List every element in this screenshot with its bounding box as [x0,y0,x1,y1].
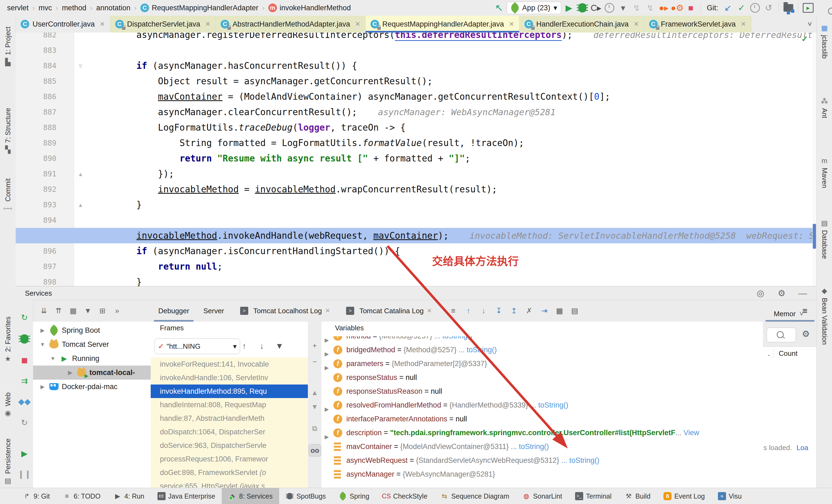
frame-row[interactable]: handleInternal:808, RequestMap [151,398,308,412]
frame-row[interactable]: processRequest:1006, Framewor [151,452,308,466]
editor-tab[interactable]: CHandlerExecutionChain.java✕ [520,16,644,32]
status-bar-item[interactable]: ▶4: Run [107,488,151,504]
profile-run-icon[interactable]: ●▸ [658,2,670,14]
services-tree-row[interactable]: ▼▶Running [33,351,151,366]
more-chevrons-icon[interactable]: » [110,304,124,317]
editor-tab[interactable]: CDispatcherServlet.java✕ [110,16,216,32]
scroll-down-icon[interactable]: ▼ [309,401,320,413]
status-bar-item[interactable]: ≋Visu [711,488,748,504]
fold-marker-icon[interactable]: ▴ [76,166,85,182]
frame-row[interactable]: invokeAndHandle:106, ServletInv [151,371,308,384]
breadcrumb-item[interactable]: mvc [37,4,54,12]
tree-expand-icon[interactable]: ▶ [38,327,47,334]
tostring-link[interactable]: ... toString() [530,401,568,409]
thread-dropdown[interactable]: ✓"htt...NING▾ [154,339,240,354]
breadcrumb-method[interactable]: minvokeHandlerMethod [267,3,353,12]
services-tab[interactable]: >Tomcat Localhost Log✕ [231,300,337,322]
tool-stripe-button[interactable]: ◆Bean Validation [816,287,832,345]
clear-console-icon[interactable]: ✗ [523,304,536,317]
breadcrumb-item[interactable]: annotation [95,4,132,12]
status-bar-item[interactable]: ◆8: Services [222,488,279,504]
hidden-tabs-chevron-icon[interactable]: ˅ [803,16,816,32]
inspections-ok-icon[interactable]: ✓ [801,34,808,44]
table-view-icon[interactable]: ▦ [553,304,566,317]
frame-row[interactable]: invokeForRequest:141, Invocable [151,357,308,371]
variable-row[interactable]: ▶fdescription = "tech.pdai.springframewo… [321,426,763,440]
resume-icon[interactable]: ⇉ [17,374,31,388]
status-bar-item[interactable]: CSCheckStyle [376,488,434,504]
tool-stripe-button[interactable]: 2: Favorites★ [0,317,16,363]
lightning-build-icon[interactable]: ↯ [644,2,656,14]
collapse-all-icon[interactable]: ⇈ [52,304,65,317]
search-everywhere-icon[interactable] [816,2,828,14]
services-tab[interactable]: >Tomcat Catalina Log✕ [337,300,439,322]
tool-stripe-button[interactable]: Web◉ [0,392,16,417]
expand-all-icon[interactable]: ⇊ [37,304,50,317]
fold-marker-icon[interactable]: ▿ [76,58,85,74]
tool-stripe-button[interactable]: ⁂Ant [816,97,832,118]
variable-row[interactable]: ▶fbridgedMethod = {Method@5257} ... toSt… [321,343,763,357]
variable-row[interactable]: asyncWebRequest = {StandardServletAsyncW… [321,454,763,468]
services-tree-row[interactable]: ▶▶tomcat-local- [33,366,151,380]
frame-down-icon[interactable]: ↓ [255,339,268,354]
console-icon[interactable]: > [344,305,356,317]
coverage-icon[interactable]: C▸ [590,2,602,14]
status-bar-item[interactable]: ≡6: TODO [56,488,107,504]
breadcrumb-item[interactable]: method [60,4,88,12]
editor-scrollbar-thumb[interactable] [813,224,816,249]
status-bar-item[interactable]: ↱9: Git [16,488,56,504]
memory-search-input[interactable] [767,327,796,342]
variables-list[interactable]: ▶fmethod = {Method@5257} ... toString()▶… [321,336,763,488]
profile-debug-icon[interactable]: ●⚙ [671,2,683,14]
stop-icon[interactable]: ■ [17,353,31,367]
scroll-to-end-icon[interactable]: ⇥ [538,304,551,317]
memory-column-headers[interactable]: . Count [763,347,816,360]
add-watch-icon[interactable]: + [309,340,320,351]
editor-tab[interactable]: CRequestMappingHandlerAdapter.java✕ [366,16,520,32]
variable-row[interactable]: ▶fparameters = {MethodParameter[2]@5337} [321,357,763,371]
frame-row[interactable]: invokeHandlerMethod:895, Requ [151,384,308,398]
upload-icon[interactable]: ↥ [508,304,520,317]
view-breakpoints-icon[interactable]: ◆◆ [17,394,31,408]
status-bar-item[interactable]: Spring [332,488,375,504]
tool-stripe-button[interactable]: Persistence▤ [0,439,16,485]
commit-icon[interactable]: ✓ [735,2,748,14]
status-bar-item[interactable]: 8Event Log [657,488,711,504]
run-anything-icon[interactable]: ▶ [802,2,814,14]
variable-row[interactable]: finterfaceParameterAnnotations = null [321,412,763,426]
view-options-icon[interactable]: ▤ [569,304,581,317]
close-tab-icon[interactable]: ✕ [355,20,360,28]
variable-row[interactable]: ▶fresolvedFromHandlerMethod = {HandlerMe… [321,398,763,412]
refresh-icon[interactable]: ↻ [17,416,31,429]
services-tree-row[interactable]: ▶Docker-pdai-mac [33,380,151,394]
group-by-icon[interactable]: ▦ [67,304,80,317]
status-bar-item[interactable]: ⇆Sequence Diagram [434,488,516,504]
services-tree[interactable]: ▶Spring Boot▼Tomcat Server▼▶Running▶▶tom… [33,322,151,488]
run-config-selector[interactable]: App (23)▾ [507,2,561,14]
rerun-icon[interactable]: ↻ [17,310,31,324]
memory-settings-gear-icon[interactable]: ⚙ [802,329,810,339]
tostring-link[interactable]: ... toString() [434,336,472,340]
tree-expand-icon[interactable]: ▼ [38,341,47,348]
editor-tab[interactable]: CAbstractHandlerMethodAdapter.java✕ [216,16,366,32]
services-tree-row[interactable]: ▼Tomcat Server [33,337,151,351]
target-icon[interactable]: ◎ [754,287,766,299]
filter-icon[interactable]: ▼ [81,304,94,317]
evaluate-watch-icon[interactable]: oo [309,444,321,457]
tostring-link[interactable]: ... toString() [459,346,497,354]
frame-up-icon[interactable]: ↑ [237,339,251,354]
frame-row[interactable]: doService:963, DispatcherServle [151,439,308,452]
update-project-icon[interactable]: ↙ [722,2,734,14]
pause-icon[interactable]: ❙❙ [17,467,31,481]
services-tree-row[interactable]: ▶Spring Boot [33,323,151,337]
debug-icon[interactable] [576,2,588,14]
tostring-link[interactable]: View [681,429,699,437]
scroll-to-bottom-icon[interactable]: ↓ [477,304,490,317]
lightning-icon[interactable]: ↯ [631,2,643,14]
tool-stripe-button[interactable]: ▦jclasslib [816,24,832,59]
status-bar-item[interactable]: SpotBugs [279,488,332,504]
tool-stripe-button[interactable]: mMaven [816,157,832,188]
close-tab-icon[interactable]: ✕ [509,20,514,28]
copy-stack-icon[interactable]: ⧉ [309,422,320,434]
minimize-icon[interactable]: — [797,287,809,299]
